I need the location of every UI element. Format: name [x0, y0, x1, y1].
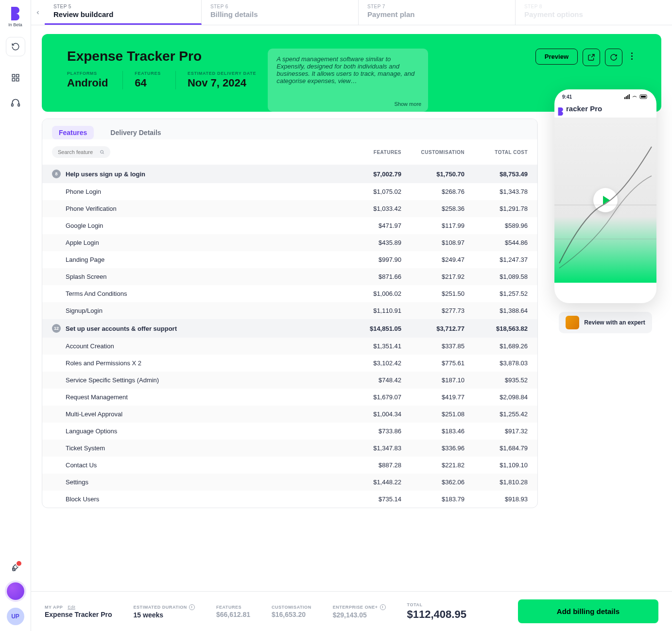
- feature-features-cost: $735.14: [338, 495, 401, 503]
- feature-row[interactable]: Settings$1,448.22$362.06$1,810.28: [42, 474, 537, 491]
- review-with-expert-button[interactable]: Review with an expert: [559, 312, 652, 333]
- tab-features[interactable]: Features: [52, 126, 94, 139]
- feature-row[interactable]: Service Specific Settings (Admin)$748.42…: [42, 372, 537, 389]
- feature-total-cost: $3,878.03: [465, 359, 528, 367]
- feature-features-cost: $871.66: [338, 273, 401, 280]
- phone-app-title: racker Pro: [566, 104, 609, 118]
- feature-row[interactable]: Landing Page$997.90$249.47$1,247.37: [42, 251, 537, 268]
- feature-row[interactable]: Splash Screen$871.66$217.92$1,089.58: [42, 268, 537, 285]
- tab-delivery-details[interactable]: Delivery Details: [103, 126, 168, 139]
- footer-myapp-label: MY APP: [45, 605, 63, 610]
- feature-total-cost: $918.93: [465, 495, 528, 503]
- info-icon[interactable]: i: [380, 604, 386, 610]
- svg-rect-3: [16, 79, 18, 81]
- feature-total-cost: $544.86: [465, 239, 528, 246]
- group-total-cost: $8,753.49: [465, 171, 528, 178]
- feature-row[interactable]: Block Users$735.14$183.79$918.93: [42, 491, 537, 508]
- feature-row[interactable]: Ticket System$1,347.83$336.96$1,684.79: [42, 440, 537, 457]
- add-billing-details-button[interactable]: Add billing details: [518, 599, 658, 623]
- feature-total-cost: $1,089.58: [465, 273, 528, 280]
- feature-features-cost: $997.90: [338, 256, 401, 263]
- step-5-title: Review buildcard: [53, 10, 192, 18]
- feature-custom-cost: $268.76: [401, 188, 465, 195]
- col-header-total: TOTAL COST: [465, 150, 528, 155]
- feature-custom-cost: $419.77: [401, 393, 465, 401]
- feature-features-cost: $3,102.42: [338, 359, 401, 367]
- col-header-features: FEATURES: [338, 150, 401, 155]
- feature-total-cost: $935.52: [465, 376, 528, 384]
- preview-aside: 9:41 racker Pro: [550, 89, 661, 508]
- user-avatar[interactable]: UP: [7, 608, 24, 625]
- show-more-link[interactable]: Show more: [395, 101, 422, 107]
- app-description-text: A spend management software similar to E…: [276, 55, 414, 85]
- footer-total-value: $112,408.95: [407, 608, 466, 621]
- stepper: STEP 5 Review buildcard STEP 6 Billing d…: [31, 0, 672, 25]
- refresh-button[interactable]: [605, 49, 622, 66]
- feature-row[interactable]: Apple Login$435.89$108.97$544.86: [42, 234, 537, 251]
- footer-custom-value: $16,653.20: [272, 611, 311, 618]
- feature-row[interactable]: Account Creation$1,351.41$337.85$1,689.2…: [42, 338, 537, 355]
- feature-name: Phone Login: [66, 188, 338, 195]
- feature-row[interactable]: Terms And Conditions$1,006.02$251.50$1,2…: [42, 285, 537, 302]
- feature-row[interactable]: Language Options$733.86$183.46$917.32: [42, 423, 537, 440]
- step-5[interactable]: STEP 5 Review buildcard: [45, 0, 202, 25]
- svg-rect-10: [626, 96, 627, 99]
- feature-features-cost: $1,033.42: [338, 205, 401, 212]
- phone-preview-graphic: [554, 118, 656, 283]
- share-button[interactable]: [583, 49, 600, 66]
- info-icon[interactable]: i: [189, 604, 195, 610]
- svg-rect-1: [16, 74, 18, 77]
- preview-button[interactable]: Preview: [535, 49, 578, 65]
- feature-total-cost: $1,291.78: [465, 205, 528, 212]
- feature-total-cost: $1,255.42: [465, 410, 528, 418]
- feature-custom-cost: $217.92: [401, 273, 465, 280]
- feature-custom-cost: $251.50: [401, 290, 465, 297]
- svg-line-8: [103, 153, 104, 154]
- svg-rect-5: [18, 104, 19, 106]
- assistant-orb-button[interactable]: [7, 582, 24, 600]
- feature-custom-cost: $336.96: [401, 444, 465, 452]
- feature-total-cost: $1,257.52: [465, 290, 528, 297]
- apps-grid-icon[interactable]: [6, 68, 25, 87]
- feature-row[interactable]: Contact Us$887.28$221.82$1,109.10: [42, 457, 537, 474]
- feature-row[interactable]: Signup/Login$1,110.91$277.73$1,388.64: [42, 302, 537, 319]
- group-custom-cost: $3,712.77: [401, 325, 465, 332]
- sidebar: In Beta UP: [0, 0, 31, 631]
- feature-row[interactable]: Phone Verification$1,033.42$258.36$1,291…: [42, 200, 537, 217]
- feature-name: Phone Verification: [66, 205, 338, 212]
- feature-features-cost: $748.42: [338, 376, 401, 384]
- feature-name: Service Specific Settings (Admin): [66, 376, 338, 384]
- feature-features-cost: $1,351.41: [338, 342, 401, 350]
- feature-row[interactable]: Multi-Level Approval$1,004.34$251.08$1,2…: [42, 406, 537, 423]
- search-feature-input[interactable]: [52, 146, 110, 158]
- feature-custom-cost: $277.73: [401, 307, 465, 314]
- features-count-label: FEATURES: [135, 71, 161, 76]
- feature-row[interactable]: Google Login$471.97$117.99$589.96: [42, 217, 537, 234]
- features-table[interactable]: FEATURES CUSTOMISATION TOTAL COST 8Help …: [42, 139, 537, 508]
- feature-name: Landing Page: [66, 256, 338, 263]
- edit-app-link[interactable]: Edit: [68, 605, 75, 610]
- feature-custom-cost: $249.47: [401, 256, 465, 263]
- more-options-button[interactable]: [627, 49, 636, 64]
- feature-row[interactable]: Request Management$1,679.07$419.77$2,098…: [42, 389, 537, 406]
- step-6[interactable]: STEP 6 Billing details: [202, 0, 359, 25]
- group-count-badge: 8: [52, 170, 61, 178]
- feature-row[interactable]: Phone Login$1,075.02$268.76$1,343.78: [42, 183, 537, 200]
- svg-rect-9: [624, 97, 625, 99]
- search-input-field[interactable]: [58, 149, 97, 155]
- feature-custom-cost: $258.36: [401, 205, 465, 212]
- feature-group-row[interactable]: 8Help users sign up & login$7,002.79$1,7…: [42, 165, 537, 183]
- rocket-launch-icon[interactable]: [6, 557, 25, 577]
- step-5-number: STEP 5: [53, 4, 192, 9]
- feature-name: Ticket System: [66, 444, 338, 452]
- feature-group-row[interactable]: 12Set up user accounts & offer support$1…: [42, 319, 537, 338]
- undo-button[interactable]: [6, 37, 25, 56]
- step-7[interactable]: STEP 7 Payment plan: [359, 0, 516, 25]
- svg-rect-14: [641, 96, 646, 98]
- headset-support-icon[interactable]: [6, 93, 25, 113]
- feature-row[interactable]: Roles and Permissions X 2$3,102.42$775.6…: [42, 355, 537, 372]
- footer-duration-label: ESTIMATED DURATION: [134, 605, 187, 610]
- search-icon: [100, 149, 104, 155]
- svg-point-7: [101, 151, 103, 153]
- step-back-button[interactable]: [31, 0, 45, 25]
